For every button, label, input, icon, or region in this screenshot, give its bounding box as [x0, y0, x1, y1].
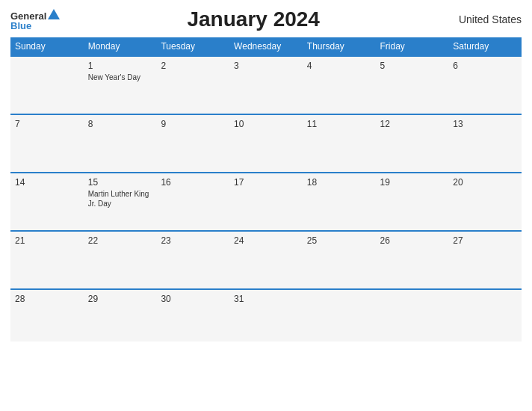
calendar-cell-w2d6: 20: [448, 173, 522, 231]
calendar-cell-w2d2: 16: [156, 173, 229, 231]
calendar-cell-w3d1: 22: [84, 231, 157, 289]
day-number: 20: [453, 177, 517, 188]
day-header-saturday: Saturday: [448, 37, 522, 56]
calendar-cell-w2d4: 18: [303, 173, 376, 231]
calendar-cell-w0d1: 1New Year's Day: [84, 56, 157, 114]
calendar-cell-w4d6: [448, 289, 522, 342]
week-row-4: 28293031: [10, 289, 522, 342]
day-number: 15: [88, 177, 152, 188]
calendar-cell-w4d0: 28: [10, 289, 84, 342]
calendar-cell-w3d5: 26: [376, 231, 449, 289]
day-number: 19: [380, 177, 445, 188]
logo-general-text: General: [10, 11, 46, 21]
day-number: 6: [453, 61, 517, 71]
day-number: 2: [161, 61, 225, 71]
day-number: 25: [307, 235, 371, 246]
calendar-cell-w1d4: 11: [303, 114, 376, 173]
day-header-sunday: Sunday: [10, 37, 84, 56]
calendar-cell-w4d2: 30: [156, 289, 229, 342]
calendar-cell-w0d5: 5: [376, 56, 449, 114]
week-row-0: 1New Year's Day23456: [10, 56, 522, 114]
day-header-friday: Friday: [376, 37, 449, 56]
logo-triangle-icon: [48, 9, 60, 19]
calendar-cell-w3d6: 27: [448, 231, 522, 289]
day-number: 27: [453, 235, 517, 246]
day-header-monday: Monday: [84, 37, 157, 56]
day-number: 28: [15, 294, 79, 304]
day-number: 14: [15, 177, 79, 188]
week-row-2: 1415Martin Luther King Jr. Day1617181920: [10, 173, 522, 231]
calendar-cell-w3d2: 23: [156, 231, 229, 289]
days-header-row: SundayMondayTuesdayWednesdayThursdayFrid…: [10, 37, 522, 56]
calendar-cell-w0d0: [10, 56, 84, 114]
calendar-container: General Blue January 2024 United States …: [0, 0, 532, 411]
day-number: 5: [380, 61, 445, 71]
calendar-cell-w1d3: 10: [229, 114, 303, 173]
calendar-cell-w0d4: 4: [303, 56, 376, 114]
week-row-3: 21222324252627: [10, 231, 522, 289]
day-number: 30: [161, 294, 225, 304]
calendar-cell-w2d1: 15Martin Luther King Jr. Day: [84, 173, 157, 231]
day-number: 11: [307, 119, 371, 129]
calendar-cell-w3d3: 24: [229, 231, 303, 289]
calendar-cell-w1d6: 13: [448, 114, 522, 173]
calendar-cell-w1d2: 9: [156, 114, 229, 173]
day-number: 7: [15, 119, 79, 129]
country-label: United States: [447, 13, 522, 25]
day-number: 3: [234, 61, 298, 71]
calendar-cell-w1d1: 8: [84, 114, 157, 173]
day-number: 26: [380, 235, 445, 246]
day-number: 9: [161, 119, 225, 129]
calendar-table: SundayMondayTuesdayWednesdayThursdayFrid…: [10, 37, 522, 342]
holiday-name: Martin Luther King Jr. Day: [88, 189, 152, 208]
day-number: 16: [161, 177, 225, 188]
calendar-cell-w3d0: 21: [10, 231, 84, 289]
day-number: 31: [234, 294, 298, 304]
day-number: 13: [453, 119, 517, 129]
calendar-cell-w2d3: 17: [229, 173, 303, 231]
day-number: 21: [15, 235, 79, 246]
day-header-thursday: Thursday: [303, 37, 376, 56]
calendar-cell-w2d5: 19: [376, 173, 449, 231]
day-number: 17: [234, 177, 298, 188]
calendar-cell-w4d3: 31: [229, 289, 303, 342]
week-row-1: 78910111213: [10, 114, 522, 173]
holiday-name: New Year's Day: [88, 72, 152, 82]
calendar-cell-w0d3: 3: [229, 56, 303, 114]
day-number: 8: [88, 119, 152, 129]
month-title: January 2024: [60, 7, 447, 31]
day-number: 18: [307, 177, 371, 188]
calendar-cell-w4d1: 29: [84, 289, 157, 342]
calendar-cell-w4d4: [303, 289, 376, 342]
calendar-cell-w0d2: 2: [156, 56, 229, 114]
day-number: 12: [380, 119, 445, 129]
logo-blue-text: Blue: [10, 21, 31, 31]
calendar-cell-w3d4: 25: [303, 231, 376, 289]
day-header-wednesday: Wednesday: [229, 37, 303, 56]
day-header-tuesday: Tuesday: [156, 37, 229, 56]
calendar-cell-w4d5: [376, 289, 449, 342]
calendar-header: General Blue January 2024 United States: [10, 7, 522, 31]
day-number: 1: [88, 61, 152, 71]
logo: General Blue: [10, 9, 60, 31]
day-number: 23: [161, 235, 225, 246]
day-number: 29: [88, 294, 152, 304]
day-number: 4: [307, 61, 371, 71]
calendar-cell-w0d6: 6: [448, 56, 522, 114]
calendar-cell-w1d5: 12: [376, 114, 449, 173]
day-number: 10: [234, 119, 298, 129]
day-number: 24: [234, 235, 298, 246]
calendar-cell-w1d0: 7: [10, 114, 84, 173]
calendar-cell-w2d0: 14: [10, 173, 84, 231]
day-number: 22: [88, 235, 152, 246]
